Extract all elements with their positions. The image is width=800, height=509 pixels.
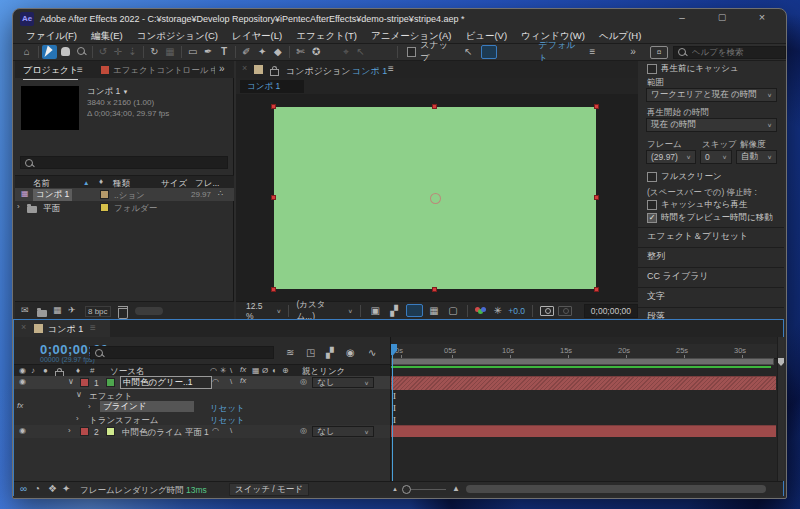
quality-switch-icon[interactable]: \ — [230, 367, 232, 375]
draft-3d-icon[interactable]: ◳ — [306, 348, 315, 358]
transform-handle-bottom-center[interactable] — [432, 287, 437, 292]
gizmo-toggle-icon[interactable] — [481, 45, 497, 59]
project-row-comp[interactable]: ▦ コンポ 1 ..ション 29.97 ∴ — [15, 188, 234, 201]
cache-status-icon[interactable]: ◔ — [34, 484, 40, 494]
exposure-value[interactable]: +0.0 — [508, 306, 525, 316]
viewer-tab-comp1[interactable]: コンポ 1 — [240, 80, 304, 93]
label-swatch[interactable] — [80, 427, 89, 436]
parent-dropdown[interactable]: なし ∨ — [312, 377, 374, 388]
channel-rgb-icon[interactable] — [475, 306, 487, 316]
tab-effect-controls[interactable]: エフェクトコントロール 中間色... — [113, 65, 215, 77]
snap-options-icon[interactable]: ↖ — [460, 47, 477, 57]
help-search-field[interactable] — [673, 46, 786, 59]
effect-blind-row[interactable]: fx › ブラインド リセット — [14, 401, 390, 413]
move-time-row[interactable]: ✓ 時間をプレビュー時間に移動 — [647, 212, 773, 224]
label-swatch[interactable] — [100, 203, 109, 212]
menu-effect[interactable]: エフェクト(T) — [289, 30, 364, 43]
play-from-dropdown[interactable]: 現在 の時間 ∨ — [646, 118, 777, 132]
frame-blend-switch-icon[interactable]: ▦ — [252, 367, 260, 375]
timeline-zoom-knob[interactable] — [402, 485, 411, 494]
label-swatch[interactable] — [80, 378, 89, 387]
dolly-camera-tool[interactable]: ⇣ — [125, 47, 140, 57]
transform-handle-mid-left[interactable] — [271, 195, 276, 200]
fullscreen-row[interactable]: フルスクリーン — [647, 171, 722, 183]
minimize-button[interactable]: – — [668, 13, 696, 23]
parent-dropdown[interactable]: なし ∨ — [312, 426, 374, 437]
puppet-pin-tool[interactable]: ✪ — [308, 47, 324, 57]
view-layout-icon[interactable]: ▢ — [445, 306, 460, 316]
fx-switch-icon[interactable]: fx — [240, 366, 246, 374]
transform-handle-bottom-left[interactable] — [271, 287, 276, 292]
lock-icon[interactable] — [270, 69, 279, 76]
close-button[interactable]: × — [748, 12, 776, 23]
new-composition-icon[interactable]: ▦ — [53, 306, 62, 315]
mask-visibility-icon[interactable]: ▞ — [387, 306, 402, 316]
transform-handle-top-left[interactable] — [271, 104, 276, 109]
layer-1-duration-bar[interactable] — [391, 376, 776, 390]
menu-layer[interactable]: レイヤー(L) — [225, 30, 289, 43]
zoom-in-mountain-icon[interactable]: ▲ — [452, 485, 460, 493]
expand-icon[interactable]: › — [76, 415, 79, 423]
comp-marker-bin-icon[interactable] — [778, 358, 784, 366]
label-swatch[interactable] — [100, 190, 109, 199]
menu-help[interactable]: ヘルプ(H) — [592, 30, 648, 43]
comp-canvas-solid-layer[interactable] — [274, 107, 596, 289]
play-while-caching-row[interactable]: キャッシュ中なら再生 — [647, 199, 747, 211]
project-row-folder[interactable]: › 平面 フォルダー — [15, 201, 234, 214]
bit-depth-button[interactable]: 8 bpc — [85, 306, 111, 317]
fx-toggle-icon[interactable]: fx — [240, 377, 246, 385]
switches-modes-button[interactable]: スイッチ / モード — [229, 483, 309, 496]
anchor-point[interactable] — [428, 191, 444, 207]
expand-icon[interactable]: › — [88, 403, 91, 411]
expand-icon[interactable]: › — [17, 203, 20, 211]
play-while-caching-checkbox[interactable] — [647, 200, 657, 210]
search-scope-icon[interactable]: ◘ — [650, 46, 668, 59]
adjustment-switch-icon[interactable]: ◐ — [272, 367, 277, 375]
motion-blur-switch-icon[interactable]: Ø — [262, 367, 268, 375]
av-status-icon[interactable]: ❖ — [48, 484, 57, 494]
audio-column-icon[interactable]: ♪ — [31, 367, 35, 375]
axis-mode-tool[interactable]: ↖ — [353, 47, 368, 57]
menu-file[interactable]: ファイル(F) — [19, 30, 84, 43]
roto-brush-tool[interactable]: ✄ — [293, 47, 309, 57]
transform-handle-top-right[interactable] — [594, 104, 599, 109]
brush-tool[interactable]: ✐ — [239, 47, 255, 57]
home-icon[interactable]: ⌂ — [19, 47, 35, 57]
solid-color-swatch[interactable] — [106, 427, 115, 436]
sort-ascending-icon[interactable]: ▲ — [83, 179, 89, 186]
expand-icon[interactable]: ∨ — [76, 391, 82, 399]
move-time-checkbox[interactable]: ✓ — [647, 213, 657, 223]
live-update-icon[interactable]: ✦ — [62, 484, 70, 494]
layer-row-2[interactable]: ◉ › 2 中間色のライム 平面 1 ◠ \ ◎ なし ∨ — [14, 425, 390, 438]
tab-project[interactable]: プロジェクト — [23, 64, 78, 80]
layer-name-editing[interactable]: 中間色のグリー..1 — [120, 376, 212, 389]
shy-toggle-icon[interactable]: ◠ — [212, 427, 219, 435]
person-tool[interactable]: ⌖ — [339, 47, 354, 57]
cache-before-play-checkbox[interactable] — [647, 64, 657, 74]
frame-blending-icon[interactable]: ▞ — [326, 348, 334, 358]
panel-align[interactable]: 整列 — [638, 247, 784, 265]
show-snapshot-icon[interactable] — [558, 306, 572, 316]
help-search-input[interactable] — [690, 46, 781, 58]
expand-icon[interactable]: › — [68, 427, 71, 435]
eye-icon[interactable]: ◉ — [19, 378, 26, 386]
link-status-icon[interactable]: ∞ — [20, 484, 27, 494]
label-column-icon[interactable]: ♦ — [76, 367, 80, 375]
timeline-right-gutter[interactable] — [777, 337, 784, 481]
eye-icon[interactable]: ◉ — [19, 427, 26, 435]
grid-guides-icon[interactable]: ▣ — [368, 306, 383, 316]
solid-color-swatch[interactable] — [106, 378, 115, 387]
resolution-preview-dropdown[interactable]: 自動 ∨ — [736, 150, 777, 164]
fullscreen-checkbox[interactable] — [647, 172, 657, 182]
layer-name[interactable]: 中間色のライム 平面 1 — [122, 427, 209, 439]
rectangle-tool[interactable]: ▭ — [185, 47, 201, 57]
type-tool[interactable]: T — [216, 47, 232, 57]
selected-item-name[interactable]: コンポ 1 ▼ — [87, 86, 129, 98]
maximize-button[interactable]: ▢ — [708, 13, 736, 22]
transform-handle-top-center[interactable] — [432, 104, 437, 109]
video-column-icon[interactable]: ◉ — [19, 367, 26, 375]
graph-editor-icon[interactable]: ∿ — [368, 348, 376, 358]
transform-group-row[interactable]: › トランスフォーム リセット — [14, 413, 390, 425]
collapse-switch-icon[interactable]: ✳ — [220, 367, 227, 375]
time-ruler[interactable]: 0s 05s 10s 15s 20s 25s 30s — [391, 344, 777, 359]
